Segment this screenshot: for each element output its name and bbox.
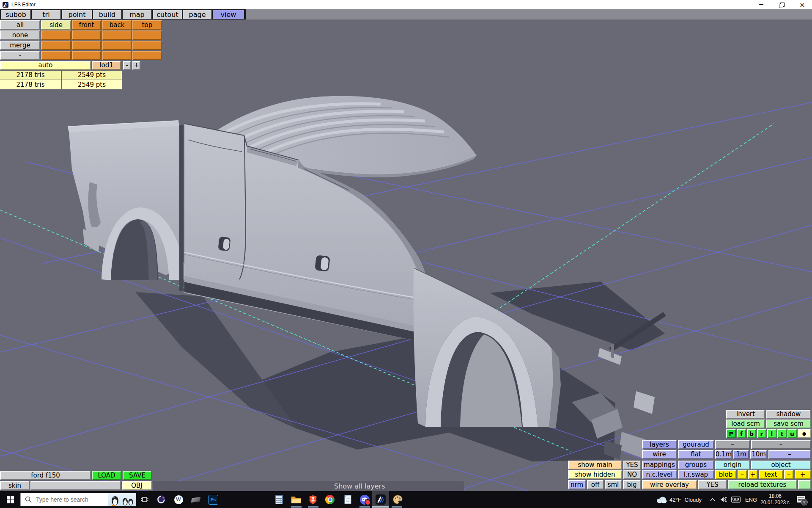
nrm-big-button[interactable]: big <box>623 480 641 489</box>
mappings-button[interactable]: mappings <box>642 461 677 469</box>
restore-button[interactable] <box>774 0 788 9</box>
menu-view-active[interactable]: view <box>213 10 244 19</box>
layers-dash-button[interactable]: – <box>715 440 750 449</box>
clock[interactable]: 18:06 20.01.2023 г. <box>760 491 791 508</box>
lr-swap-button[interactable]: l.r.swap <box>678 470 714 479</box>
column-top[interactable]: top <box>132 20 162 30</box>
reload-minus-button[interactable]: – <box>798 480 811 489</box>
taskbar-icon-chrome[interactable] <box>321 491 338 508</box>
taskbar-icon-photoshop[interactable]: Ps <box>205 491 222 508</box>
load-button[interactable]: LOAD <box>92 471 121 480</box>
lod-grid-cell[interactable] <box>41 41 71 50</box>
nrm-sml-button[interactable]: sml <box>605 480 622 489</box>
scale-1m-button[interactable]: 1m <box>733 450 749 459</box>
taskbar-search[interactable] <box>20 493 136 506</box>
taskbar-icon-wedge[interactable] <box>187 491 204 508</box>
taskbar-icon-w-app[interactable]: W <box>170 491 187 508</box>
taskbar-icon-paint[interactable] <box>389 491 406 508</box>
object-button[interactable]: object <box>751 461 811 469</box>
lod1-button[interactable]: lod1 <box>92 61 121 70</box>
taskbar-icon-brave[interactable] <box>304 491 321 508</box>
lod-grid-cell[interactable] <box>132 41 162 50</box>
notification-center-button[interactable]: 2 <box>792 491 810 508</box>
page-button-l[interactable]: l <box>767 429 776 438</box>
column-back[interactable]: back <box>102 20 132 30</box>
page-button-u[interactable]: u <box>787 429 797 438</box>
gouraud-dash-button[interactable]: – <box>751 440 811 449</box>
auto-lod-button[interactable]: auto <box>0 61 91 70</box>
menu-tri[interactable]: tri <box>32 10 60 19</box>
show-hidden-label[interactable]: show hidden <box>568 470 622 479</box>
taskbar-icon-lfs-editor-active[interactable] <box>372 491 389 508</box>
minimize-button[interactable] <box>754 0 768 9</box>
wire-overlay-label[interactable]: wire overlay <box>642 480 697 489</box>
lod-grid-cell[interactable] <box>102 30 132 40</box>
load-scm-button[interactable]: load scm <box>726 420 765 428</box>
taskbar-icon-notepad[interactable] <box>339 491 356 508</box>
groups-button[interactable]: groups <box>678 461 714 469</box>
shadow-button[interactable]: shadow <box>766 410 811 419</box>
taskbar-icon-discord[interactable] <box>356 491 373 508</box>
menu-cutout[interactable]: cutout <box>153 10 182 19</box>
weather-widget[interactable]: 42°F Cloudy <box>651 491 706 508</box>
lod-grid-cell[interactable] <box>102 51 132 60</box>
gouraud-button[interactable]: gouraud <box>678 440 714 449</box>
lod-grid-cell[interactable] <box>72 41 101 50</box>
column-side[interactable]: side <box>41 20 71 30</box>
menu-map[interactable]: map <box>123 10 151 19</box>
blob-minus-button[interactable]: – <box>738 470 747 479</box>
page-button-r[interactable]: r <box>757 429 766 438</box>
select-all-button[interactable]: all <box>0 20 40 30</box>
lod-plus-button[interactable]: + <box>132 61 140 70</box>
nrm-off-button[interactable]: off <box>587 480 604 489</box>
nrm-button[interactable]: nrm <box>568 480 586 489</box>
lod-grid-cell[interactable] <box>41 51 71 60</box>
taskbar-icon-itop[interactable] <box>153 491 170 508</box>
skin-name-field[interactable] <box>30 481 121 490</box>
lod-grid-cell[interactable] <box>132 30 162 40</box>
nc-level-button[interactable]: n.c.level <box>642 470 677 479</box>
flat-button[interactable]: flat <box>678 450 714 459</box>
merge-button[interactable]: merge <box>0 41 40 50</box>
close-button[interactable]: × <box>795 0 809 9</box>
page-button-P[interactable]: P <box>726 429 736 438</box>
text-minus-button[interactable]: – <box>784 470 793 479</box>
origin-button[interactable]: origin <box>715 461 750 469</box>
show-main-toggle[interactable]: YES <box>623 461 641 469</box>
lod-grid-cell[interactable] <box>72 51 101 60</box>
minus-row-button[interactable]: - <box>0 51 40 60</box>
text-plus-button[interactable]: + <box>795 470 811 479</box>
blob-plus-button[interactable]: + <box>748 470 757 479</box>
blob-button[interactable]: blob <box>715 470 736 479</box>
skin-button[interactable]: skin <box>0 481 30 490</box>
lod-grid-cell[interactable] <box>72 30 101 40</box>
viewport-3d[interactable] <box>0 19 812 491</box>
menu-build[interactable]: build <box>93 10 121 19</box>
page-button-t[interactable]: t <box>777 429 787 438</box>
page-button-b[interactable]: b <box>747 429 756 438</box>
text-button[interactable]: text <box>759 470 783 479</box>
page-button-dot[interactable]: ● <box>798 429 811 438</box>
taskbar-icon-calculator[interactable] <box>271 491 288 508</box>
scale-dash-button[interactable]: – <box>768 450 811 459</box>
scale-01m-button[interactable]: 0.1m <box>715 450 732 459</box>
taskbar-icon-file-explorer[interactable] <box>288 491 304 508</box>
save-button[interactable]: SAVE <box>123 471 152 480</box>
menu-subob[interactable]: subob <box>1 10 30 19</box>
task-view-button[interactable] <box>136 491 153 508</box>
touch-keyboard-button[interactable] <box>729 491 743 508</box>
lod-minus-button[interactable]: - <box>123 61 131 70</box>
wire-overlay-toggle[interactable]: YES <box>698 480 727 489</box>
obj-export-button[interactable]: OBJ <box>122 481 152 490</box>
start-button[interactable] <box>0 491 20 508</box>
language-indicator[interactable]: ENG <box>743 491 759 508</box>
layers-button[interactable]: layers <box>642 440 677 449</box>
show-hidden-toggle[interactable]: NO <box>623 470 641 479</box>
volume-button[interactable] <box>718 491 730 508</box>
column-front[interactable]: front <box>72 20 101 30</box>
menu-page[interactable]: page <box>183 10 211 19</box>
lod-grid-cell[interactable] <box>132 51 162 60</box>
page-button-f[interactable]: f <box>737 429 746 438</box>
lod-grid-cell[interactable] <box>41 30 71 40</box>
lod-grid-cell[interactable] <box>102 41 132 50</box>
